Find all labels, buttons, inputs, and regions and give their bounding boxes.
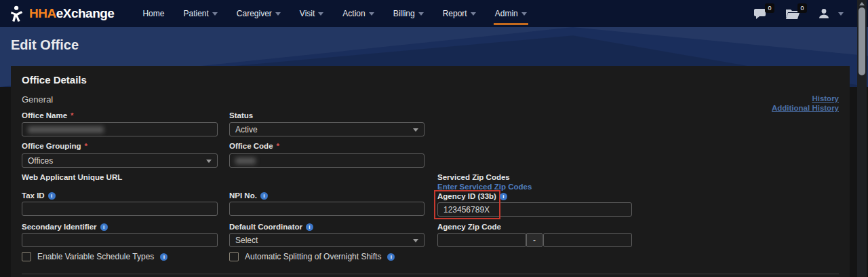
cases-count-badge: 0: [797, 3, 807, 13]
npi-input[interactable]: [229, 202, 425, 216]
required-asterisk: *: [277, 142, 279, 150]
office-code-label: Office Code*: [229, 142, 425, 150]
user-icon: [818, 7, 830, 20]
vertical-scrollbar[interactable]: [857, 0, 867, 277]
nav-item-caregiver[interactable]: Caregiver: [227, 0, 290, 27]
top-navigation: HHAeXchange Home Patient Caregiver Visit…: [0, 0, 868, 27]
additional-history-link[interactable]: Additional History: [772, 103, 839, 113]
enable-variable-schedule-label: Enable Variable Schedule Types: [37, 252, 154, 261]
messages-button[interactable]: 0: [754, 8, 768, 20]
agency-id-input[interactable]: [437, 202, 632, 217]
info-icon[interactable]: i: [306, 223, 313, 231]
logo-text: HHAeXchange: [29, 6, 114, 21]
tax-id-input[interactable]: [22, 202, 218, 216]
nav-item-home[interactable]: Home: [133, 0, 174, 27]
nav-item-patient[interactable]: Patient: [174, 0, 226, 27]
enable-variable-schedule-checkbox[interactable]: [22, 252, 31, 261]
nav-item-report[interactable]: Report: [433, 0, 486, 27]
status-select[interactable]: Active: [229, 122, 425, 136]
secondary-identifier-label: Secondary Identifieri: [22, 223, 218, 231]
default-coordinator-select[interactable]: Select: [229, 233, 425, 247]
scroll-up-arrow-icon[interactable]: [859, 2, 865, 5]
office-name-label: Office Name*: [22, 111, 218, 119]
agency-id-label: Agency ID (33b)i: [437, 192, 632, 200]
secondary-identifier-input[interactable]: [22, 233, 218, 247]
auto-split-overnight-row: Automatic Splitting of Overnight Shifts …: [229, 252, 395, 261]
redacted-value: [235, 158, 256, 164]
info-icon[interactable]: i: [260, 192, 268, 200]
web-applicant-url-label: Web Applicant Unique URL: [22, 173, 218, 181]
auto-split-overnight-label: Automatic Splitting of Overnight Shifts: [245, 252, 381, 261]
nav-item-billing[interactable]: Billing: [384, 0, 433, 27]
subsection-general: General: [22, 94, 53, 105]
enter-serviced-zip-codes-link[interactable]: Enter Serviced Zip Codes: [437, 183, 532, 191]
chevron-down-icon: [413, 239, 418, 242]
npi-label: NPI No.i: [229, 191, 425, 200]
office-grouping-select[interactable]: Offices: [22, 153, 218, 168]
auto-split-overnight-checkbox[interactable]: [229, 252, 239, 261]
office-grouping-label: Office Grouping*: [22, 142, 218, 150]
enable-variable-schedule-row: Enable Variable Schedule Types i: [22, 252, 167, 261]
info-icon[interactable]: i: [387, 253, 395, 261]
agency-zip-code-label: Agency Zip Code: [437, 223, 632, 231]
chevron-down-icon: [318, 12, 323, 16]
scrollbar-thumb[interactable]: [859, 7, 865, 75]
agency-zip-input-1[interactable]: [437, 233, 526, 247]
nav-utilities: 0 0: [754, 7, 844, 20]
chevron-down-icon: [369, 12, 374, 16]
info-icon[interactable]: i: [500, 193, 507, 200]
office-name-input[interactable]: [22, 122, 218, 136]
info-icon[interactable]: i: [160, 253, 167, 261]
info-icon[interactable]: i: [100, 223, 108, 231]
page-title: Edit Office: [11, 37, 79, 53]
hhaexchange-logo[interactable]: HHAeXchange: [9, 5, 114, 22]
redacted-value: [28, 126, 104, 133]
chevron-down-icon: [521, 12, 527, 16]
history-link[interactable]: History: [772, 94, 839, 103]
chevron-down-icon: [418, 12, 424, 16]
zip-separator: -: [526, 233, 542, 247]
history-links: History Additional History: [772, 94, 839, 113]
serviced-zip-codes-label: Serviced Zip Codes: [437, 173, 632, 181]
office-details-panel: Office Details General History Additiona…: [11, 66, 850, 277]
chevron-down-icon: [275, 12, 281, 16]
nav-item-visit[interactable]: Visit: [290, 0, 333, 27]
main-menu: Home Patient Caregiver Visit Action Bill…: [133, 0, 536, 27]
nav-item-admin[interactable]: Admin: [486, 0, 536, 27]
info-icon[interactable]: i: [48, 192, 56, 200]
logo-person-icon: [9, 5, 24, 22]
nav-item-action[interactable]: Action: [333, 0, 383, 27]
section-divider: [22, 274, 839, 274]
status-label: Status: [229, 111, 425, 119]
chevron-down-icon: [212, 12, 218, 16]
tax-id-label: Tax IDi: [22, 191, 218, 200]
user-menu-button[interactable]: [818, 7, 830, 20]
office-code-input[interactable]: [229, 153, 425, 168]
chevron-down-icon: [413, 128, 418, 132]
agency-zip-input-2[interactable]: [543, 233, 632, 247]
required-asterisk: *: [71, 111, 73, 119]
default-coordinator-label: Default Coordinatori: [229, 223, 425, 231]
cases-button[interactable]: 0: [785, 8, 800, 20]
chevron-down-icon: [206, 160, 212, 163]
chevron-down-icon[interactable]: [838, 12, 844, 16]
section-heading: Office Details: [22, 74, 87, 86]
required-asterisk: *: [85, 142, 87, 150]
chevron-down-icon: [471, 12, 476, 16]
messages-count-badge: 0: [765, 3, 774, 13]
